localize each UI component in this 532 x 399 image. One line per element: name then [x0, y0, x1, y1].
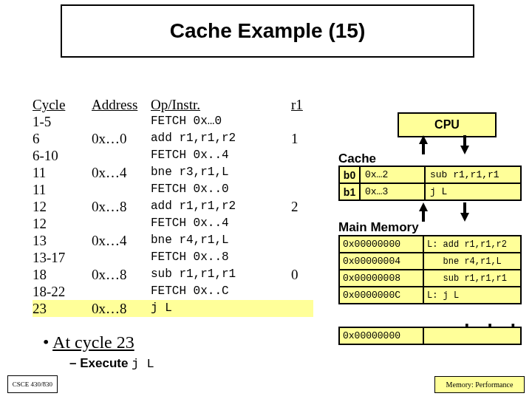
col-address: Address: [92, 96, 151, 113]
memory-row: 0x00000008 sub r1,r1,r1: [338, 269, 522, 287]
memory-row: 0x0000000CL: j L: [338, 286, 522, 304]
table-row: 1-5FETCH 0x…0: [33, 113, 313, 130]
cache-row: b1 0x…3 j L: [338, 183, 522, 201]
cache-block-id: b1: [340, 184, 361, 200]
cache-block-id: b0: [340, 167, 361, 183]
footer-course: CSCE 430/830: [7, 375, 58, 393]
memory-row: 0x00000000L: add r1,r1,r2: [338, 235, 522, 253]
sub-execute: – Execute j L: [69, 356, 154, 371]
table-row: 11FETCH 0x..0: [33, 181, 313, 198]
table-row-current: 230x…8j L: [33, 300, 313, 317]
table-row: 18-22FETCH 0x..C: [33, 283, 313, 300]
slide-title: Cache Example (15): [170, 19, 366, 43]
table-row: 120x…8add r1,r1,r22: [33, 198, 313, 215]
cache-label: Cache: [338, 151, 376, 166]
cpu-box: CPU: [398, 112, 497, 137]
table-row: 60x…0add r1,r1,r21: [33, 130, 313, 147]
cache-memory-arrows-icon: [415, 202, 477, 222]
table-row: 13-17FETCH 0x..8: [33, 249, 313, 266]
cache-row: b0 0x…2 sub r1,r1,r1: [338, 166, 522, 184]
cache-block: b0 0x…2 sub r1,r1,r1 b1 0x…3 j L: [338, 167, 522, 201]
cpu-cache-arrows-icon: [415, 135, 477, 154]
main-memory-label: Main Memory: [338, 220, 419, 235]
footer-topic: Memory: Performance: [434, 376, 525, 393]
memory-row: 0x00000004 bne r4,r1,L: [338, 252, 522, 270]
cache-tag: 0x…3: [361, 184, 426, 200]
cache-tag: 0x…2: [361, 167, 426, 183]
cache-instr: j L: [426, 184, 520, 200]
table-row: 6-10FETCH 0x..4: [33, 147, 313, 164]
col-cycle: Cycle: [33, 96, 92, 113]
cycle-table: Cycle Address Op/Instr. r1 1-5FETCH 0x…0…: [33, 96, 313, 317]
ellipsis-icon: . . .: [461, 310, 519, 332]
table-row: 180x…8sub r1,r1,r10: [33, 266, 313, 283]
table-row: 110x…4bne r3,r1,L: [33, 164, 313, 181]
title-box: Cache Example (15): [61, 4, 474, 58]
table-row: 12FETCH 0x..4: [33, 215, 313, 232]
table-header: Cycle Address Op/Instr. r1: [33, 96, 313, 113]
cache-instr: sub r1,r1,r1: [426, 167, 520, 183]
col-r1: r1: [291, 96, 313, 113]
bullet-at-cycle: • At cycle 23: [43, 332, 134, 352]
table-row: 130x…4bne r4,r1,L: [33, 232, 313, 249]
col-op: Op/Instr.: [151, 96, 291, 113]
